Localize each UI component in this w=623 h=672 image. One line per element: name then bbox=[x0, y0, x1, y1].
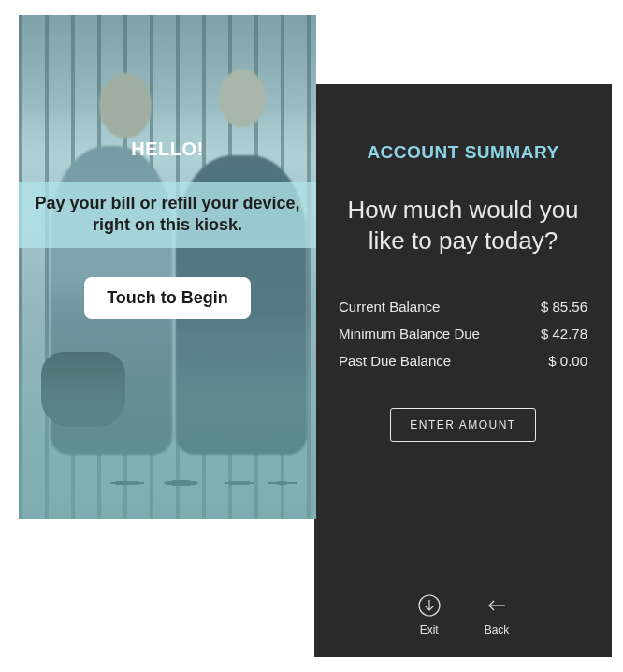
enter-amount-button[interactable]: ENTER AMOUNT bbox=[390, 408, 535, 442]
begin-wrap: Touch to Begin bbox=[19, 277, 316, 319]
touch-to-begin-button[interactable]: Touch to Begin bbox=[84, 277, 251, 319]
balance-row-current: Current Balance $ 85.56 bbox=[339, 293, 587, 320]
exit-icon bbox=[417, 593, 442, 618]
back-label: Back bbox=[485, 623, 510, 636]
enter-amount-wrap: ENTER AMOUNT bbox=[314, 408, 612, 442]
bottom-nav: Exit Back bbox=[314, 593, 612, 636]
balance-list: Current Balance $ 85.56 Minimum Balance … bbox=[314, 293, 612, 374]
balance-value: $ 85.56 bbox=[541, 299, 587, 314]
welcome-panel: HELLO! Pay your bill or refill your devi… bbox=[19, 15, 316, 519]
balance-label: Current Balance bbox=[339, 299, 440, 314]
balance-row-pastdue: Past Due Balance $ 0.00 bbox=[339, 347, 587, 374]
balance-label: Past Due Balance bbox=[339, 353, 451, 369]
balance-row-minimum: Minimum Balance Due $ 42.78 bbox=[339, 320, 587, 347]
account-summary-panel: ACCOUNT SUMMARY How much would you like … bbox=[314, 84, 612, 657]
account-summary-title: ACCOUNT SUMMARY bbox=[314, 142, 612, 163]
exit-label: Exit bbox=[420, 623, 439, 636]
balance-value: $ 42.78 bbox=[541, 326, 587, 342]
exit-button[interactable]: Exit bbox=[417, 593, 442, 636]
welcome-greeting: HELLO! bbox=[19, 139, 316, 160]
back-button[interactable]: Back bbox=[485, 593, 510, 636]
balance-value: $ 0.00 bbox=[548, 353, 587, 369]
photo-teal-overlay bbox=[19, 15, 316, 519]
welcome-banner: Pay your bill or refill your device, rig… bbox=[19, 182, 316, 248]
payment-question: How much would you like to pay today? bbox=[314, 195, 612, 256]
back-arrow-icon bbox=[485, 593, 509, 618]
balance-label: Minimum Balance Due bbox=[339, 326, 480, 342]
